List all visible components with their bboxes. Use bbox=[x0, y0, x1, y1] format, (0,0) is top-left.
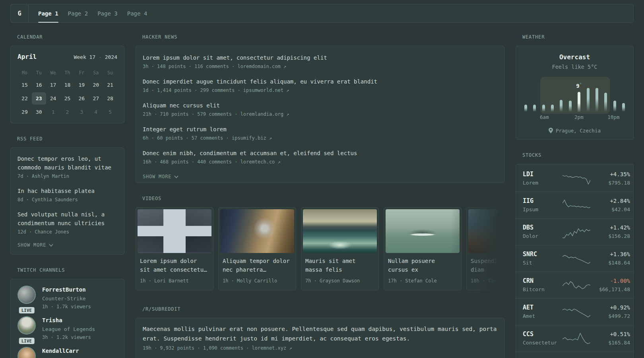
stock-ticker[interactable]: AET bbox=[523, 304, 563, 312]
videos-carousel: Lorem ipsum dolor sit amet consectetu…1h… bbox=[136, 207, 504, 290]
twitch-card: LIVEForrestBurtonCounter-Strike1h · 1.7k… bbox=[10, 279, 124, 358]
stock-price: $66,171.48 bbox=[590, 286, 630, 294]
rss-item-meta: 7d · Ashlyn Martin bbox=[17, 172, 117, 180]
twitch-channel-name[interactable]: ForrestBurton bbox=[42, 286, 91, 294]
calendar-day[interactable]: 27 bbox=[89, 92, 103, 105]
video-title[interactable]: Suspendisse diam bbox=[471, 257, 504, 274]
stock-name: Lorem bbox=[523, 179, 563, 187]
weather-time-label: 2pm bbox=[574, 115, 584, 120]
hackernews-item-meta[interactable]: 21h · 710 points · 579 comments · loreml… bbox=[143, 110, 497, 118]
stock-ticker[interactable]: CCS bbox=[523, 330, 563, 339]
stock-ticker[interactable]: SNRC bbox=[523, 250, 563, 259]
calendar-day[interactable]: 26 bbox=[74, 92, 89, 105]
stock-name: Consectetur bbox=[523, 339, 563, 347]
video-title[interactable]: Mauris sit amet massa felis bbox=[305, 257, 374, 274]
left-column: CALENDAR April Week 17 · 2024 MoTuWeThFr… bbox=[10, 34, 124, 358]
calendar-day[interactable]: 15 bbox=[17, 79, 32, 91]
hackernews-item-title[interactable]: Lorem ipsum dolor sit amet, consectetur … bbox=[143, 53, 497, 62]
twitch-channel[interactable]: LIVEKendallCarr bbox=[17, 347, 117, 358]
calendar-day[interactable]: 29 bbox=[17, 106, 32, 118]
video-title[interactable]: Nullam posuere cursus ex bbox=[388, 257, 457, 274]
tab-page-3[interactable]: Page 3 bbox=[93, 4, 122, 22]
hackernews-item-meta[interactable]: 3h · 148 points · 116 comments · loremdo… bbox=[143, 62, 497, 70]
calendar-day-selected[interactable]: 23 bbox=[32, 92, 46, 105]
twitch-channel[interactable]: LIVEForrestBurtonCounter-Strike1h · 1.7k… bbox=[17, 286, 117, 311]
calendar-day[interactable]: 21 bbox=[103, 79, 117, 91]
stock-ticker[interactable]: LDI bbox=[523, 170, 563, 179]
twitch-channel-name[interactable]: Trisha bbox=[42, 316, 95, 324]
stock-row[interactable]: AHS+0.46% bbox=[516, 352, 633, 358]
twitch-channel-meta: 3h · 1.2k viewers bbox=[42, 334, 95, 341]
subreddit-post-title[interactable]: Maecenas mollis pulvinar erat non posuer… bbox=[143, 324, 497, 343]
weather-bar bbox=[569, 101, 572, 112]
video-title[interactable]: Lorem ipsum dolor sit amet consectetu… bbox=[140, 257, 209, 274]
hackernews-item-meta[interactable]: 6h · 60 points · 57 comments · ipsumify.… bbox=[143, 134, 497, 142]
stock-info: SNRCSit bbox=[523, 250, 563, 267]
calendar-day[interactable]: 19 bbox=[74, 79, 89, 91]
subreddit-post-meta[interactable]: 19h · 9,932 points · 1,090 comments · lo… bbox=[143, 344, 497, 352]
calendar-day[interactable]: 1 bbox=[46, 106, 60, 118]
stock-row[interactable]: AETAmet+0.92%$499.72 bbox=[516, 298, 633, 325]
video-card[interactable]: Suspendisse diam18h · Tara bbox=[466, 207, 504, 290]
stock-ticker[interactable]: DBS bbox=[523, 224, 563, 232]
video-card[interactable]: Mauris sit amet massa felis7h · Grayson … bbox=[301, 207, 379, 290]
stock-row[interactable]: DBSDolor+1.42%$156.28 bbox=[516, 218, 633, 245]
twitch-channel[interactable]: LIVETrishaLeague of Legends3h · 1.2k vie… bbox=[17, 316, 117, 341]
hackernews-item-title[interactable]: Donec enim nibh, condimentum et accumsan… bbox=[143, 149, 497, 158]
calendar-section-label: CALENDAR bbox=[10, 34, 124, 40]
hackernews-show-more-button[interactable]: SHOW MORE bbox=[143, 174, 497, 179]
stock-ticker[interactable]: CRN bbox=[523, 277, 563, 285]
calendar-day[interactable]: 22 bbox=[17, 92, 32, 105]
video-card[interactable]: Aliquam tempor dolor nec pharetra…1h · M… bbox=[218, 207, 296, 290]
calendar-day[interactable]: 4 bbox=[89, 106, 103, 118]
calendar-day[interactable]: 3 bbox=[74, 106, 89, 118]
location-pin-icon bbox=[549, 128, 553, 133]
stock-ticker[interactable]: IIG bbox=[523, 197, 563, 205]
calendar-day[interactable]: 2 bbox=[60, 106, 75, 118]
rss-item-title[interactable]: Donec tempor eros leo, ut commodo mauris… bbox=[17, 154, 117, 172]
rss-item-title[interactable]: Sed volutpat nulla nisl, a condimentum n… bbox=[17, 210, 117, 228]
weather-bar bbox=[613, 101, 616, 112]
calendar-day[interactable]: 24 bbox=[46, 92, 60, 105]
tab-page-1[interactable]: Page 1 bbox=[33, 4, 63, 22]
stock-sparkline bbox=[563, 331, 590, 346]
rss-item: Donec tempor eros leo, ut commodo mauris… bbox=[17, 154, 117, 180]
calendar-day[interactable]: 30 bbox=[32, 106, 46, 118]
calendar-day[interactable]: 20 bbox=[89, 79, 103, 91]
calendar-day[interactable]: 5 bbox=[103, 106, 117, 118]
calendar-day[interactable]: 17 bbox=[46, 79, 60, 91]
hackernews-item-meta[interactable]: 16h · 468 points · 440 comments · loremt… bbox=[143, 158, 497, 166]
stock-row[interactable]: CRNBitcorn-1.00%$66,171.48 bbox=[516, 272, 633, 298]
calendar-day[interactable]: 16 bbox=[32, 79, 46, 91]
hackernews-item-title[interactable]: Aliquam nec cursus elit bbox=[143, 101, 497, 110]
stock-name: Sit bbox=[523, 259, 563, 267]
rss-item-title[interactable]: In hac habitasse platea bbox=[17, 187, 117, 195]
video-card[interactable]: Nullam posuere cursus ex17h · Stefan Col… bbox=[384, 207, 462, 290]
app-logo[interactable]: G bbox=[11, 4, 29, 22]
weather-current-temp: 9° bbox=[576, 82, 582, 89]
calendar-day[interactable]: 28 bbox=[103, 92, 117, 105]
hackernews-item-title[interactable]: Integer eget rutrum lorem bbox=[143, 125, 497, 134]
tab-page-2[interactable]: Page 2 bbox=[63, 4, 93, 22]
calendar-header: April Week 17 · 2024 bbox=[17, 53, 117, 61]
video-card[interactable]: Lorem ipsum dolor sit amet consectetu…1h… bbox=[136, 207, 213, 290]
calendar-weekday: Mo bbox=[17, 68, 32, 78]
stock-row[interactable]: SNRCSit+1.36%$148.64 bbox=[516, 245, 633, 272]
video-card-body: Aliquam tempor dolor nec pharetra…1h · M… bbox=[220, 253, 294, 284]
stock-info: IIGIpsum bbox=[523, 197, 563, 214]
calendar-day[interactable]: 25 bbox=[60, 92, 75, 105]
weather-bar bbox=[604, 93, 607, 112]
twitch-channel-name[interactable]: KendallCarr bbox=[42, 347, 79, 355]
hackernews-item-meta[interactable]: 1d · 1,414 points · 299 comments · ipsum… bbox=[143, 86, 497, 94]
hackernews-item-title[interactable]: Donec imperdiet augue tincidunt felis al… bbox=[143, 77, 497, 86]
stock-row[interactable]: LDILorem+4.35%$795.18 bbox=[516, 165, 633, 192]
rss-show-more-button[interactable]: SHOW MORE bbox=[17, 242, 117, 248]
stock-price: $165.84 bbox=[590, 339, 630, 347]
sparkline-chart bbox=[563, 198, 590, 212]
calendar-day[interactable]: 18 bbox=[60, 79, 75, 91]
stock-row[interactable]: IIGIpsum+2.84%$42.04 bbox=[516, 192, 633, 218]
stock-values: +4.35%$795.18 bbox=[590, 170, 630, 187]
stock-row[interactable]: CCSConsectetur+0.51%$165.84 bbox=[516, 325, 633, 352]
tab-page-4[interactable]: Page 4 bbox=[122, 4, 152, 22]
video-title[interactable]: Aliquam tempor dolor nec pharetra… bbox=[223, 257, 292, 274]
